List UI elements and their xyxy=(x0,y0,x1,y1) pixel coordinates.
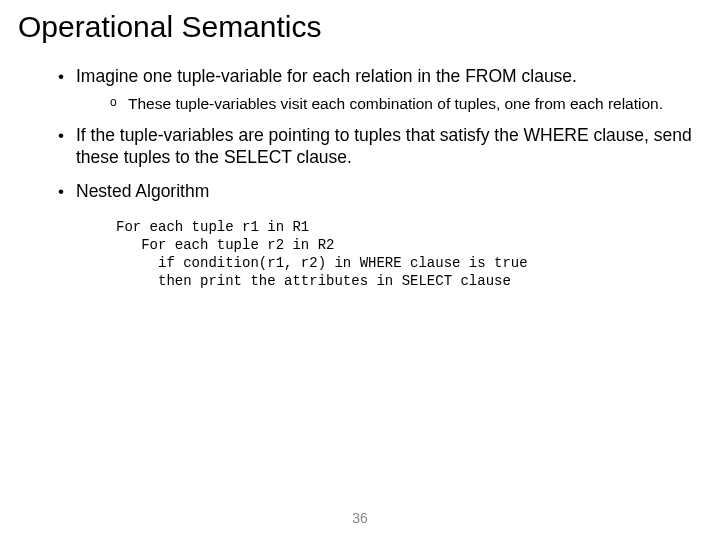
page-number: 36 xyxy=(0,510,720,526)
slide: Operational Semantics Imagine one tuple-… xyxy=(0,0,720,540)
bullet-text: Nested Algorithm xyxy=(76,181,209,201)
sub-bullet-item: These tuple-variables visit each combina… xyxy=(110,94,702,113)
code-block: For each tuple r1 in R1 For each tuple r… xyxy=(116,219,702,291)
sub-bullet-text: These tuple-variables visit each combina… xyxy=(128,95,663,112)
bullet-item: If the tuple-variables are pointing to t… xyxy=(58,125,702,169)
bullet-item: Nested Algorithm xyxy=(58,181,702,203)
bullet-item: Imagine one tuple-variable for each rela… xyxy=(58,66,702,113)
sub-bullet-list: These tuple-variables visit each combina… xyxy=(76,94,702,113)
slide-title: Operational Semantics xyxy=(18,10,702,44)
slide-content: Imagine one tuple-variable for each rela… xyxy=(18,66,702,291)
bullet-text: If the tuple-variables are pointing to t… xyxy=(76,125,692,167)
bullet-list: Imagine one tuple-variable for each rela… xyxy=(58,66,702,203)
bullet-text: Imagine one tuple-variable for each rela… xyxy=(76,66,577,86)
